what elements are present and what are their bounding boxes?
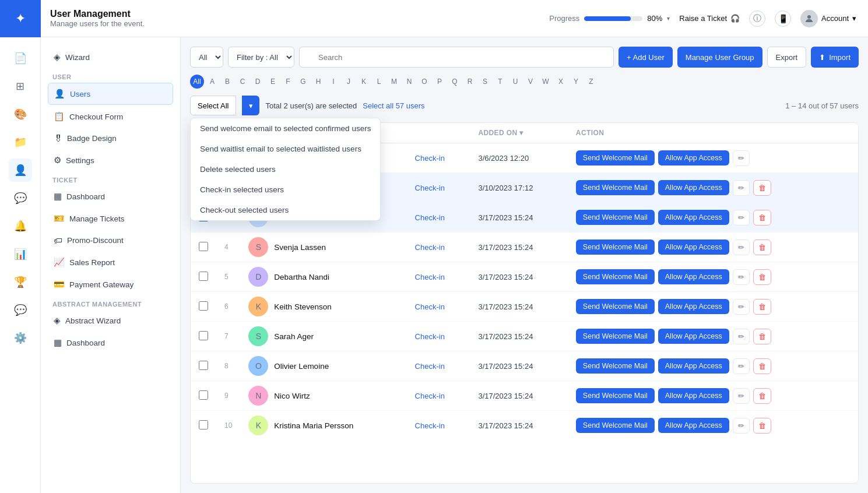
- row-checkbox-6[interactable]: [199, 331, 208, 340]
- iconbar-user[interactable]: 👤: [9, 159, 32, 182]
- row-checkbox-7[interactable]: [199, 361, 208, 370]
- alpha-btn-q[interactable]: Q: [448, 75, 462, 89]
- delete-button[interactable]: 🗑: [753, 388, 771, 404]
- alpha-btn-c[interactable]: C: [236, 75, 249, 89]
- edit-button[interactable]: ✏: [733, 299, 750, 315]
- edit-button[interactable]: ✏: [733, 240, 750, 255]
- send-welcome-mail-button[interactable]: Send Welcome Mail: [576, 299, 655, 314]
- delete-button[interactable]: 🗑: [753, 180, 771, 196]
- alpha-btn-z[interactable]: Z: [584, 75, 598, 89]
- edit-button[interactable]: ✏: [733, 388, 750, 404]
- delete-button[interactable]: 🗑: [753, 329, 771, 344]
- edit-button[interactable]: ✏: [733, 418, 750, 434]
- iconbar-chat[interactable]: 💬: [9, 186, 32, 210]
- import-button[interactable]: ⬆ Import: [811, 47, 859, 68]
- alpha-btn-a[interactable]: A: [205, 75, 219, 89]
- alpha-btn-j[interactable]: J: [342, 75, 356, 89]
- edit-button[interactable]: ✏: [733, 358, 750, 374]
- checkin-button[interactable]: Check-in: [415, 362, 445, 371]
- alpha-btn-r[interactable]: R: [463, 75, 477, 89]
- checkin-button[interactable]: Check-in: [415, 332, 445, 341]
- sidebar-item-settings[interactable]: ⚙ Settings: [48, 150, 173, 171]
- alpha-btn-o[interactable]: O: [417, 75, 431, 89]
- iconbar-folder[interactable]: 📁: [9, 131, 32, 154]
- allow-app-access-button[interactable]: Allow App Access: [658, 299, 729, 314]
- filter-by-dropdown[interactable]: Filter by : All: [228, 47, 294, 68]
- edit-button[interactable]: ✏: [733, 329, 750, 344]
- sidebar-item-promo-discount[interactable]: 🏷 Promo-Discount: [48, 230, 173, 251]
- select-all-57-link[interactable]: Select all 57 users: [363, 101, 424, 110]
- checkin-button[interactable]: Check-in: [415, 154, 445, 163]
- allow-app-access-button[interactable]: Allow App Access: [658, 180, 729, 195]
- delete-button[interactable]: 🗑: [753, 358, 771, 374]
- raise-ticket-button[interactable]: Raise a Ticket 🎧: [679, 14, 740, 23]
- iconbar-chart[interactable]: 📊: [9, 242, 32, 266]
- all-dropdown[interactable]: All: [190, 47, 223, 68]
- alpha-btn-n[interactable]: N: [402, 75, 416, 89]
- edit-button[interactable]: ✏: [733, 210, 750, 226]
- send-welcome-mail-button[interactable]: Send Welcome Mail: [576, 388, 655, 403]
- iconbar-palette[interactable]: 🎨: [9, 103, 32, 126]
- info-icon[interactable]: ⓘ: [749, 10, 765, 27]
- alpha-btn-e[interactable]: E: [266, 75, 280, 89]
- search-input[interactable]: [299, 47, 614, 68]
- checkin-button[interactable]: Check-in: [415, 184, 445, 192]
- send-welcome-mail-button[interactable]: Send Welcome Mail: [576, 329, 655, 344]
- sidebar-item-abstract-dashboard[interactable]: ▦ Dashboard: [48, 332, 173, 353]
- alpha-btn-v[interactable]: V: [523, 75, 537, 89]
- alpha-btn-t[interactable]: T: [493, 75, 507, 89]
- alpha-btn-x[interactable]: X: [554, 75, 568, 89]
- select-all-button[interactable]: Select All: [190, 96, 236, 115]
- checkin-button[interactable]: Check-in: [415, 243, 445, 252]
- dropdown-item-2[interactable]: Delete selected users: [191, 159, 380, 179]
- checkin-button[interactable]: Check-in: [415, 421, 445, 430]
- sidebar-item-sales-report[interactable]: 📈 Sales Report: [48, 252, 173, 273]
- sidebar-item-badge-design[interactable]: 🎖 Badge Design: [48, 128, 173, 149]
- sidebar-item-dashboard[interactable]: ▦ Dashboard: [48, 186, 173, 207]
- mobile-icon[interactable]: 📱: [775, 10, 791, 27]
- alpha-btn-all[interactable]: All: [190, 75, 204, 89]
- send-welcome-mail-button[interactable]: Send Welcome Mail: [576, 269, 655, 284]
- allow-app-access-button[interactable]: Allow App Access: [658, 269, 729, 284]
- alpha-btn-g[interactable]: G: [296, 75, 310, 89]
- allow-app-access-button[interactable]: Allow App Access: [658, 150, 729, 165]
- edit-button[interactable]: ✏: [733, 150, 750, 166]
- edit-button[interactable]: ✏: [733, 180, 750, 196]
- dropdown-item-4[interactable]: Check-out selected users: [191, 200, 380, 220]
- sidebar-item-payment-gateway[interactable]: 💳 Payment Gateway: [48, 274, 173, 295]
- delete-button[interactable]: 🗑: [753, 299, 771, 315]
- edit-button[interactable]: ✏: [733, 269, 750, 285]
- iconbar-grid[interactable]: ⊞: [9, 75, 32, 98]
- send-welcome-mail-button[interactable]: Send Welcome Mail: [576, 418, 655, 433]
- allow-app-access-button[interactable]: Allow App Access: [658, 240, 729, 255]
- row-checkbox-9[interactable]: [199, 420, 208, 429]
- row-checkbox-5[interactable]: [199, 301, 208, 311]
- iconbar-bubble[interactable]: 💬: [9, 298, 32, 322]
- add-user-button[interactable]: + Add User: [619, 47, 673, 68]
- alpha-btn-y[interactable]: Y: [569, 75, 583, 89]
- checkin-button[interactable]: Check-in: [415, 302, 445, 311]
- sidebar-item-manage-tickets[interactable]: 🎫 Manage Tickets: [48, 208, 173, 229]
- alpha-btn-f[interactable]: F: [281, 75, 295, 89]
- row-checkbox-4[interactable]: [199, 272, 208, 281]
- delete-button[interactable]: 🗑: [753, 240, 771, 255]
- export-button[interactable]: Export: [767, 47, 807, 68]
- checkin-button[interactable]: Check-in: [415, 213, 445, 222]
- iconbar-gear[interactable]: ⚙️: [9, 326, 32, 350]
- row-checkbox-8[interactable]: [199, 390, 208, 400]
- send-welcome-mail-button[interactable]: Send Welcome Mail: [576, 150, 655, 165]
- alpha-btn-b[interactable]: B: [220, 75, 234, 89]
- delete-button[interactable]: 🗑: [753, 269, 771, 285]
- checkin-button[interactable]: Check-in: [415, 392, 445, 400]
- sidebar-item-abstract-wizard[interactable]: ◈ Abstract Wizard: [48, 310, 173, 331]
- allow-app-access-button[interactable]: Allow App Access: [658, 358, 729, 374]
- alpha-btn-w[interactable]: W: [539, 75, 553, 89]
- sidebar-item-wizard[interactable]: ◈ Wizard: [48, 47, 173, 68]
- send-welcome-mail-button[interactable]: Send Welcome Mail: [576, 358, 655, 374]
- alpha-btn-i[interactable]: I: [326, 75, 340, 89]
- allow-app-access-button[interactable]: Allow App Access: [658, 388, 729, 403]
- delete-button[interactable]: 🗑: [753, 418, 771, 434]
- allow-app-access-button[interactable]: Allow App Access: [658, 329, 729, 344]
- sidebar-item-checkout-form[interactable]: 📋 Checkout Form: [48, 106, 173, 127]
- iconbar-bell[interactable]: 🔔: [9, 214, 32, 238]
